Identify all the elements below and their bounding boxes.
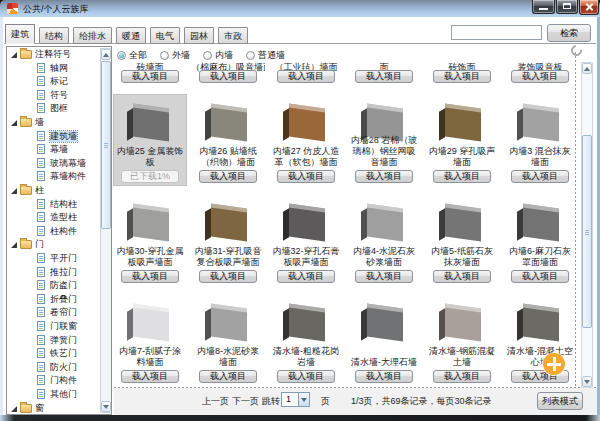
grid-scrollbar[interactable] xyxy=(581,62,593,388)
tree-item-造型柱[interactable]: 造型柱 xyxy=(7,211,99,224)
load-into-project-button[interactable]: 载入项目 xyxy=(199,270,257,283)
load-into-project-button[interactable]: 载入项目 xyxy=(277,270,335,283)
tree-item-铁艺门[interactable]: 铁艺门 xyxy=(7,347,99,360)
load-into-project-button[interactable]: 载入项目 xyxy=(121,70,179,83)
tree-item-幕墙[interactable]: 幕墙 xyxy=(7,143,99,156)
load-into-project-button[interactable]: 载入项目 xyxy=(511,70,569,83)
load-into-project-button[interactable]: 载入项目 xyxy=(121,270,179,283)
list-mode-button[interactable]: 列表模式 xyxy=(537,392,583,410)
tree-item-卷帘门[interactable]: 卷帘门 xyxy=(7,306,99,319)
tab-结构[interactable]: 结构 xyxy=(39,27,69,44)
family-tile[interactable]: 内墙31-穿孔吸音复合板吸声墙面载入项目 xyxy=(192,195,264,285)
family-tile[interactable]: 内墙27 仿皮人造革（软包）墙面载入项目 xyxy=(270,95,342,185)
load-into-project-button[interactable]: 载入项目 xyxy=(199,70,257,83)
load-into-project-button[interactable]: 载入项目 xyxy=(277,70,335,83)
tree-item-标记[interactable]: 标记 xyxy=(7,75,99,88)
tab-给排水[interactable]: 给排水 xyxy=(73,27,112,44)
tree-item-平开门[interactable]: 平开门 xyxy=(7,252,99,265)
next-page-link[interactable]: 下一页 xyxy=(232,395,259,408)
load-into-project-button[interactable]: 载入项目 xyxy=(355,270,413,283)
family-tile[interactable]: 内墙7-刮腻子涂料墙面载入项目 xyxy=(114,295,186,385)
grid-scroll-down-icon[interactable] xyxy=(582,376,592,387)
load-into-project-button[interactable]: 载入项目 xyxy=(433,70,491,83)
load-into-project-button[interactable]: 载入项目 xyxy=(199,170,257,183)
family-tile[interactable]: 内墙29 穿孔吸声墙面载入项目 xyxy=(426,95,498,185)
tree-item-幕墙构件[interactable]: 幕墙构件 xyxy=(7,170,99,183)
prev-page-link[interactable]: 上一页 xyxy=(202,395,229,408)
tree-item-图框[interactable]: 图框 xyxy=(7,102,99,115)
search-button[interactable]: 检索 xyxy=(547,24,591,42)
family-tile[interactable]: 内墙5-纸筋石灰抹灰墙面载入项目 xyxy=(426,195,498,285)
tree-item-推拉门[interactable]: 推拉门 xyxy=(7,266,99,279)
load-into-project-button[interactable]: 载入项目 xyxy=(433,270,491,283)
load-into-project-button[interactable]: 载入项目 xyxy=(433,170,491,183)
tree-scroll-down-icon[interactable] xyxy=(101,401,111,412)
tree-item-门构件[interactable]: 门构件 xyxy=(7,374,99,387)
load-into-project-button[interactable]: 载入项目 xyxy=(121,370,179,383)
tree-item-轴网[interactable]: 轴网 xyxy=(7,62,99,75)
family-tile[interactable]: 清水墙-混凝土空心墙载入项目 xyxy=(504,295,576,385)
family-tile[interactable]: 内墙25 金属装饰板已下载1% xyxy=(114,95,186,185)
load-into-project-button[interactable]: 载入项目 xyxy=(199,370,257,383)
tree-item-折叠门[interactable]: 折叠门 xyxy=(7,293,99,306)
tree-item-防盗门[interactable]: 防盗门 xyxy=(7,279,99,292)
tree-item-弹簧门[interactable]: 弹簧门 xyxy=(7,334,99,347)
maximize-button[interactable] xyxy=(556,0,578,14)
load-into-project-button[interactable]: 已下载1% xyxy=(121,170,179,183)
page-select[interactable]: 1 xyxy=(281,392,310,407)
expand-arrow-icon[interactable] xyxy=(11,52,17,58)
load-into-project-button[interactable]: 载入项目 xyxy=(277,370,335,383)
expand-arrow-icon[interactable] xyxy=(11,406,17,412)
tree-item-防火门[interactable]: 防火门 xyxy=(7,361,99,374)
tree-group-墙[interactable]: 墙 xyxy=(7,116,99,129)
tree-scroll-up-icon[interactable] xyxy=(101,49,111,60)
load-into-project-button[interactable]: 载入项目 xyxy=(433,370,491,383)
close-button[interactable] xyxy=(579,0,599,15)
plus-badge-icon[interactable] xyxy=(543,353,565,375)
family-tile[interactable]: 内墙4-水泥石灰砂浆墙面载入项目 xyxy=(348,195,420,285)
tree-item-玻璃幕墙[interactable]: 玻璃幕墙 xyxy=(7,157,99,170)
tab-电气[interactable]: 电气 xyxy=(150,27,180,44)
tree-item-建筑墙[interactable]: 建筑墙 xyxy=(7,130,99,143)
family-tile[interactable]: 内墙3 混合抹灰墙面载入项目 xyxy=(504,95,576,185)
load-into-project-button[interactable]: 载入项目 xyxy=(355,370,413,383)
family-tile[interactable]: 内墙8-水泥砂浆墙面载入项目 xyxy=(192,295,264,385)
expand-arrow-icon[interactable] xyxy=(11,188,17,194)
expand-arrow-icon[interactable] xyxy=(11,242,17,248)
family-tile[interactable]: 内墙28 岩棉（玻璃棉）钢丝网吸音墙面载入项目 xyxy=(348,95,420,185)
tree-group-注释符号[interactable]: 注释符号 xyxy=(7,48,99,61)
grid-scroll-thumb[interactable] xyxy=(582,135,592,328)
family-tile[interactable]: 清水墙-粗糙花岗岩墙载入项目 xyxy=(270,295,342,385)
family-tile[interactable]: 内墙26 贴墙纸（织物）墙面载入项目 xyxy=(192,95,264,185)
family-tile[interactable]: 内墙32-穿孔石膏板吸声墙面载入项目 xyxy=(270,195,342,285)
load-into-project-button[interactable]: 载入项目 xyxy=(511,270,569,283)
family-tile[interactable]: 内墙6-麻刀石灰罩面墙面载入项目 xyxy=(504,195,576,285)
tile-name: 清水墙-钢筋混凝土墙 xyxy=(427,346,497,368)
tab-园林[interactable]: 园林 xyxy=(184,27,214,44)
load-into-project-button[interactable]: 载入项目 xyxy=(355,170,413,183)
tab-暖通[interactable]: 暖通 xyxy=(116,27,146,44)
load-into-project-button[interactable]: 载入项目 xyxy=(277,170,335,183)
tree-group-门[interactable]: 门 xyxy=(7,238,99,251)
family-tile[interactable]: 清水墙-大理石墙载入项目 xyxy=(348,295,420,385)
load-into-project-button[interactable]: 载入项目 xyxy=(355,70,413,83)
tree-item-其他门[interactable]: 其他门 xyxy=(7,388,99,401)
tree-group-窗[interactable]: 窗 xyxy=(7,402,99,415)
grid-scroll-up-icon[interactable] xyxy=(582,63,592,74)
family-tile[interactable]: 内墙30-穿孔金属板吸声墙面载入项目 xyxy=(114,195,186,285)
minimize-button[interactable] xyxy=(532,0,555,14)
tab-市政[interactable]: 市政 xyxy=(218,27,248,44)
tree-item-符号[interactable]: 符号 xyxy=(7,89,99,102)
tree-scroll-thumb[interactable] xyxy=(101,61,111,229)
grid-cell: 内墙8-水泥砂浆墙面载入项目 xyxy=(189,295,267,388)
family-tile[interactable]: 清水墙-钢筋混凝土墙载入项目 xyxy=(426,295,498,385)
expand-arrow-icon[interactable] xyxy=(11,120,17,126)
search-input[interactable] xyxy=(451,25,542,40)
tree-group-柱[interactable]: 柱 xyxy=(7,184,99,197)
thumb-front-face xyxy=(289,103,325,141)
tab-建筑[interactable]: 建筑 xyxy=(5,24,35,44)
tree-item-柱构件[interactable]: 柱构件 xyxy=(7,225,99,238)
tree-item-门联窗[interactable]: 门联窗 xyxy=(7,320,99,333)
load-into-project-button[interactable]: 载入项目 xyxy=(511,170,569,183)
tree-item-结构柱[interactable]: 结构柱 xyxy=(7,198,99,211)
